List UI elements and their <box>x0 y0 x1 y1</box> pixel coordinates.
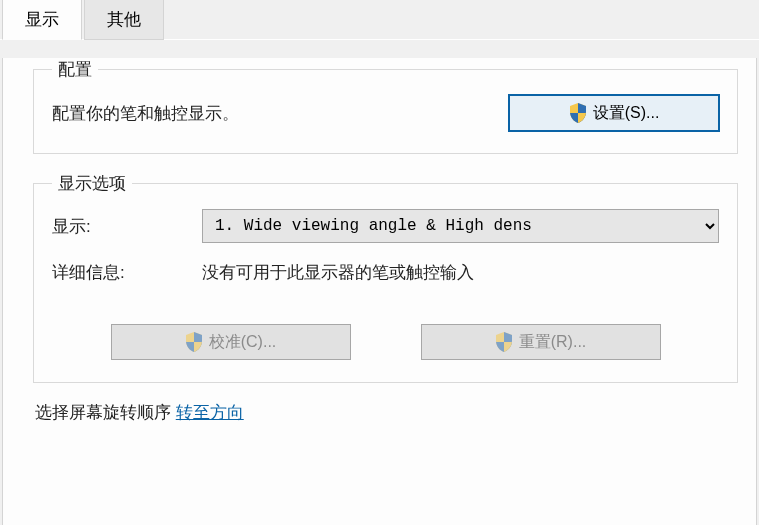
display-label: 显示: <box>52 215 202 238</box>
rotation-row: 选择屏幕旋转顺序 转至方向 <box>35 401 738 424</box>
tablet-pc-settings-window: 显示 其他 配置 配置你的笔和触控显示。 设置(S)... 显示选项 <box>0 0 759 525</box>
display-options-group: 显示选项 显示: 1. Wide viewing angle & High de… <box>33 172 738 383</box>
config-description: 配置你的笔和触控显示。 <box>52 102 239 125</box>
details-label: 详细信息: <box>52 261 202 284</box>
config-legend: 配置 <box>52 58 98 81</box>
setup-button[interactable]: 设置(S)... <box>509 95 719 131</box>
tab-body-display: 配置 配置你的笔和触控显示。 设置(S)... 显示选项 显示: <box>2 58 757 525</box>
config-group: 配置 配置你的笔和触控显示。 设置(S)... <box>33 58 738 154</box>
tab-other[interactable]: 其他 <box>84 0 164 40</box>
orientation-link[interactable]: 转至方向 <box>176 403 244 422</box>
shield-icon <box>495 332 513 352</box>
reset-button-label: 重置(R)... <box>519 332 587 353</box>
display-select[interactable]: 1. Wide viewing angle & High dens <box>202 209 719 243</box>
setup-button-label: 设置(S)... <box>593 103 660 124</box>
details-value: 没有可用于此显示器的笔或触控输入 <box>202 261 719 284</box>
rotation-prefix: 选择屏幕旋转顺序 <box>35 403 171 422</box>
display-options-legend: 显示选项 <box>52 172 132 195</box>
shield-icon <box>185 332 203 352</box>
calibrate-button-label: 校准(C)... <box>209 332 277 353</box>
tab-strip: 显示 其他 <box>0 0 759 40</box>
shield-icon <box>569 103 587 123</box>
calibrate-button: 校准(C)... <box>111 324 351 360</box>
tab-display[interactable]: 显示 <box>2 0 82 40</box>
reset-button: 重置(R)... <box>421 324 661 360</box>
